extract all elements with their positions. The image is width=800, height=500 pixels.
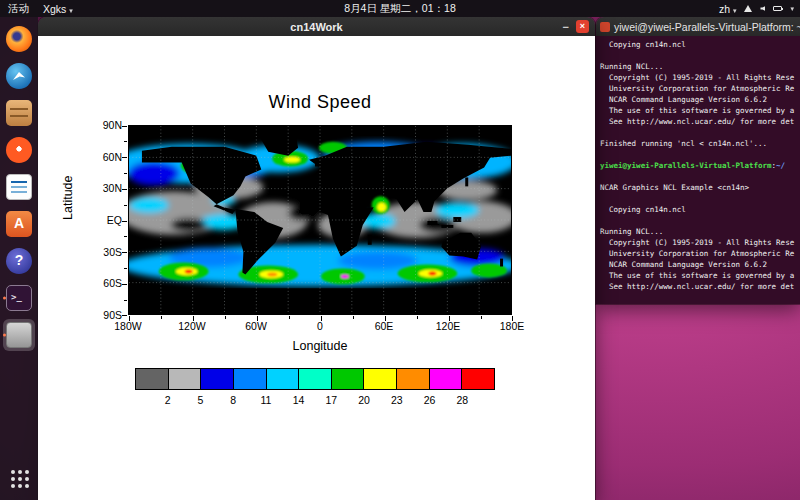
system-status-area[interactable]: zh ▾ ▾	[719, 3, 794, 15]
colorbar-box	[397, 369, 430, 389]
chevron-down-icon: ▾	[733, 7, 737, 14]
terminal-window: yiwei@yiwei-Parallels-Virtual-Platform: …	[596, 17, 800, 304]
y-tick-label: 30S	[103, 246, 122, 258]
terminal-line	[600, 149, 800, 160]
dock-item-xgks[interactable]	[3, 319, 35, 351]
dock-item-help[interactable]	[3, 245, 35, 277]
colorbar-box	[136, 369, 169, 389]
y-tick-mark	[122, 126, 127, 127]
dock-item-firefox[interactable]	[3, 23, 35, 55]
colorbar-label: 8	[230, 394, 236, 406]
y-tick-mark	[122, 315, 127, 316]
terminal-line: Finished running 'ncl < cn14n.ncl'...	[600, 138, 800, 149]
x-axis-label: Longitude	[128, 339, 512, 353]
minimize-button[interactable]: −	[563, 22, 569, 32]
chevron-down-icon: ▾	[790, 5, 794, 13]
colorbar-box	[430, 369, 463, 389]
help-icon	[6, 248, 32, 274]
terminal-line: Running NCL...	[600, 226, 800, 237]
y-tick-mark	[122, 252, 127, 253]
close-button[interactable]: ×	[576, 20, 589, 33]
colorbar-label: 11	[260, 394, 271, 406]
clock[interactable]: 8月4日 星期二，01：18	[344, 2, 455, 16]
dock-item-software[interactable]	[3, 208, 35, 240]
y-tick-mark	[122, 221, 127, 222]
terminal-line: NCAR Graphics NCL Example <cn14n>	[600, 182, 800, 193]
colorbar-box	[332, 369, 365, 389]
y-tick-mark	[124, 236, 127, 237]
y-tick-label: 60S	[103, 277, 122, 289]
xgks-icon	[6, 322, 32, 348]
terminal-line: Running NCL...	[600, 61, 800, 72]
colorbar-box	[234, 369, 267, 389]
colorbar-box	[169, 369, 202, 389]
terminal-line: NCAR Command Language Version 6.6.2	[600, 259, 800, 270]
dock-item-thunderbird[interactable]	[3, 60, 35, 92]
y-tick-mark	[122, 189, 127, 190]
software-icon	[6, 211, 32, 237]
terminal-line: The use of this software is governed by …	[600, 270, 800, 281]
x-tick-label: 60W	[245, 320, 267, 332]
colorbar-label: 28	[456, 394, 468, 406]
x-tick-label: 60E	[375, 320, 394, 332]
top-bar: 活动 Xgks ▾ 8月4日 星期二，01：18 zh ▾ ▾	[0, 0, 800, 17]
input-method-indicator[interactable]: zh ▾	[719, 3, 737, 15]
x-tick-mark	[417, 316, 418, 319]
terminal-line	[600, 127, 800, 138]
colorbar-box	[201, 369, 234, 389]
colorbar-label: 2	[165, 394, 171, 406]
colorbar-label: 17	[326, 394, 338, 406]
show-applications-button[interactable]	[3, 462, 35, 494]
terminal-body[interactable]: Copying cn14n.ncl Running NCL... Copyrig…	[596, 36, 800, 304]
terminal-line: yiwei@yiwei-Parallels-Virtual-Platform:~…	[600, 160, 800, 171]
x-tick-label: 180W	[114, 320, 141, 332]
x-tick-mark	[481, 316, 482, 319]
terminal-line	[600, 215, 800, 226]
colorbar-label: 20	[358, 394, 370, 406]
map-frame	[128, 125, 512, 315]
plot-canvas: Wind Speed Latitude 90N60N30NEQ30S60S90S	[38, 36, 595, 500]
dock-item-rhythmbox[interactable]	[3, 134, 35, 166]
firefox-icon	[6, 26, 32, 52]
terminal-line: Copying cn14n.ncl	[600, 204, 800, 215]
x-tick-label: 120E	[436, 320, 461, 332]
y-tick-mark	[124, 173, 127, 174]
dock-item-terminal[interactable]	[3, 282, 35, 314]
rhythmbox-icon	[6, 137, 32, 163]
volume-icon	[760, 6, 765, 11]
plot-window: cn14Work − × Wind Speed Latitude 90N60N3…	[38, 17, 595, 500]
terminal-titlebar[interactable]: yiwei@yiwei-Parallels-Virtual-Platform: …	[596, 17, 800, 36]
terminal-line: NCAR Command Language Version 6.6.2	[600, 94, 800, 105]
writer-icon	[6, 174, 32, 200]
x-tick-mark	[161, 316, 162, 319]
x-tick-mark	[289, 316, 290, 319]
y-tick-label: 30N	[103, 182, 122, 194]
network-icon	[744, 5, 752, 12]
dock-items	[3, 23, 35, 356]
y-tick-label: 60N	[103, 151, 122, 163]
y-tick-mark	[124, 141, 127, 142]
dock-item-files[interactable]	[3, 97, 35, 129]
app-menu[interactable]: Xgks ▾	[43, 3, 73, 15]
y-tick-labels: 90N60N30NEQ30S60S90S	[38, 125, 122, 315]
colorbar-label: 14	[293, 394, 305, 406]
show-applications-icon	[6, 465, 32, 491]
colorbar-box	[364, 369, 397, 389]
colorbar-label: 23	[391, 394, 403, 406]
terminal-line: Copying cn14n.ncl	[600, 39, 800, 50]
terminal-app-icon	[600, 22, 610, 32]
terminal-line: Copyright (C) 1995-2019 - All Rights Res…	[600, 72, 800, 83]
x-tick-labels: 180W120W60W060E120E180E	[128, 320, 512, 334]
dock-item-writer[interactable]	[3, 171, 35, 203]
terminal-icon	[6, 285, 32, 311]
thunderbird-icon	[6, 63, 32, 89]
plot-window-titlebar[interactable]: cn14Work − ×	[38, 17, 595, 36]
x-tick-mark	[225, 316, 226, 319]
desktop: { "topbar": { "activities": "活动", "app_m…	[0, 0, 800, 500]
x-tick-label: 120W	[178, 320, 205, 332]
chevron-down-icon: ▾	[69, 7, 73, 14]
activities-button[interactable]: 活动	[8, 2, 29, 16]
plot-window-title: cn14Work	[290, 21, 342, 33]
y-tick-mark	[122, 157, 127, 158]
terminal-line: The use of this software is governed by …	[600, 105, 800, 116]
